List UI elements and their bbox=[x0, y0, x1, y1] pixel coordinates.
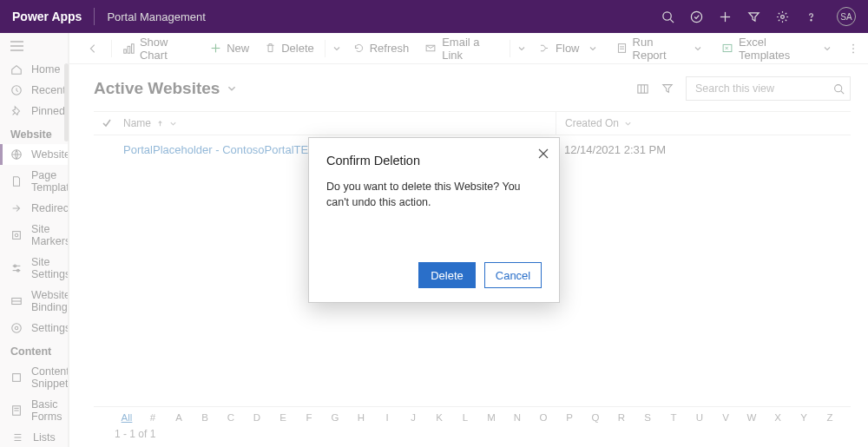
dialog-title: Confirm Deletion bbox=[326, 154, 542, 168]
user-avatar[interactable]: SA bbox=[837, 7, 856, 26]
dialog-cancel-button[interactable]: Cancel bbox=[484, 262, 542, 288]
app-name: Power Apps bbox=[12, 10, 82, 23]
header-divider bbox=[94, 8, 95, 25]
search-icon[interactable] bbox=[661, 10, 674, 23]
svg-point-5 bbox=[781, 15, 785, 18]
portal-name: Portal Management bbox=[107, 10, 205, 23]
svg-point-2 bbox=[691, 11, 701, 22]
svg-line-1 bbox=[670, 19, 674, 23]
dialog-delete-button[interactable]: Delete bbox=[418, 262, 476, 288]
modal-overlay: Confirm Deletion Do you want to delete t… bbox=[0, 33, 868, 447]
global-header: Power Apps Portal Management SA bbox=[0, 0, 868, 33]
svg-point-6 bbox=[811, 19, 812, 20]
add-icon[interactable] bbox=[719, 10, 732, 23]
task-icon[interactable] bbox=[690, 10, 703, 23]
svg-point-0 bbox=[663, 11, 671, 19]
close-button[interactable] bbox=[538, 148, 549, 159]
confirm-deletion-dialog: Confirm Deletion Do you want to delete t… bbox=[308, 137, 560, 303]
filter-icon[interactable] bbox=[747, 10, 760, 23]
help-icon[interactable] bbox=[805, 10, 818, 23]
dialog-body: Do you want to delete this Website? You … bbox=[326, 180, 542, 210]
settings-icon[interactable] bbox=[776, 10, 789, 23]
